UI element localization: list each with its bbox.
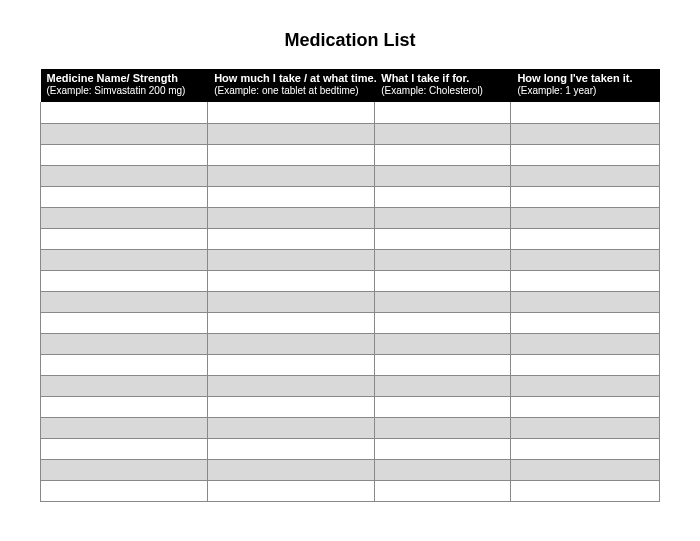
table-cell[interactable]: [208, 354, 375, 375]
table-cell[interactable]: [375, 186, 511, 207]
table-row: [41, 249, 660, 270]
col-header-dosage: How much I take / at what time. (Example…: [208, 69, 375, 102]
table-cell[interactable]: [511, 270, 660, 291]
col-header-label: What I take if for.: [381, 72, 504, 85]
table-cell[interactable]: [375, 249, 511, 270]
table-cell[interactable]: [208, 270, 375, 291]
table-cell[interactable]: [511, 396, 660, 417]
table-cell[interactable]: [511, 144, 660, 165]
table-cell[interactable]: [208, 396, 375, 417]
table-cell[interactable]: [511, 228, 660, 249]
table-cell[interactable]: [375, 417, 511, 438]
table-cell[interactable]: [41, 186, 208, 207]
table-cell[interactable]: [41, 249, 208, 270]
table-cell[interactable]: [41, 333, 208, 354]
table-cell[interactable]: [375, 480, 511, 501]
col-header-example: (Example: 1 year): [517, 85, 653, 97]
table-cell[interactable]: [41, 396, 208, 417]
table-cell[interactable]: [375, 375, 511, 396]
table-row: [41, 417, 660, 438]
table-cell[interactable]: [208, 249, 375, 270]
table-cell[interactable]: [511, 186, 660, 207]
table-cell[interactable]: [511, 102, 660, 123]
table-cell[interactable]: [208, 123, 375, 144]
table-body: [41, 102, 660, 501]
table-cell[interactable]: [208, 102, 375, 123]
table-cell[interactable]: [511, 123, 660, 144]
table-cell[interactable]: [375, 459, 511, 480]
table-cell[interactable]: [41, 123, 208, 144]
table-cell[interactable]: [208, 438, 375, 459]
table-cell[interactable]: [208, 333, 375, 354]
table-cell[interactable]: [375, 102, 511, 123]
table-cell[interactable]: [511, 438, 660, 459]
medication-table: Medicine Name/ Strength (Example: Simvas…: [40, 69, 660, 502]
table-row: [41, 480, 660, 501]
table-cell[interactable]: [41, 165, 208, 186]
table-cell[interactable]: [511, 312, 660, 333]
table-row: [41, 123, 660, 144]
col-header-example: (Example: one tablet at bedtime): [214, 85, 368, 97]
table-cell[interactable]: [375, 207, 511, 228]
table-cell[interactable]: [511, 333, 660, 354]
col-header-label: How long I've taken it.: [517, 72, 653, 85]
col-header-example: (Example: Simvastatin 200 mg): [47, 85, 202, 97]
table-row: [41, 396, 660, 417]
table-cell[interactable]: [375, 144, 511, 165]
table-cell[interactable]: [511, 375, 660, 396]
table-cell[interactable]: [208, 291, 375, 312]
table-cell[interactable]: [375, 123, 511, 144]
table-cell[interactable]: [208, 312, 375, 333]
table-row: [41, 186, 660, 207]
table-cell[interactable]: [375, 291, 511, 312]
col-header-duration: How long I've taken it. (Example: 1 year…: [511, 69, 660, 102]
table-cell[interactable]: [41, 312, 208, 333]
table-cell[interactable]: [41, 438, 208, 459]
table-cell[interactable]: [41, 270, 208, 291]
table-cell[interactable]: [41, 480, 208, 501]
table-cell[interactable]: [511, 207, 660, 228]
table-cell[interactable]: [511, 354, 660, 375]
table-cell[interactable]: [41, 375, 208, 396]
table-cell[interactable]: [375, 354, 511, 375]
table-cell[interactable]: [41, 354, 208, 375]
table-cell[interactable]: [511, 417, 660, 438]
table-cell[interactable]: [208, 480, 375, 501]
table-row: [41, 459, 660, 480]
table-row: [41, 144, 660, 165]
table-cell[interactable]: [208, 417, 375, 438]
table-cell[interactable]: [511, 291, 660, 312]
table-cell[interactable]: [208, 228, 375, 249]
col-header-purpose: What I take if for. (Example: Cholestero…: [375, 69, 511, 102]
table-cell[interactable]: [41, 228, 208, 249]
table-row: [41, 312, 660, 333]
table-cell[interactable]: [41, 102, 208, 123]
table-cell[interactable]: [41, 144, 208, 165]
table-cell[interactable]: [208, 165, 375, 186]
table-cell[interactable]: [41, 207, 208, 228]
table-cell[interactable]: [208, 207, 375, 228]
table-cell[interactable]: [41, 291, 208, 312]
table-cell[interactable]: [511, 249, 660, 270]
table-row: [41, 354, 660, 375]
table-cell[interactable]: [511, 165, 660, 186]
table-cell[interactable]: [208, 186, 375, 207]
table-cell[interactable]: [41, 459, 208, 480]
table-cell[interactable]: [375, 228, 511, 249]
table-cell[interactable]: [375, 312, 511, 333]
table-cell[interactable]: [41, 417, 208, 438]
table-cell[interactable]: [375, 270, 511, 291]
table-cell[interactable]: [208, 375, 375, 396]
table-cell[interactable]: [375, 165, 511, 186]
col-header-label: Medicine Name/ Strength: [47, 72, 202, 85]
table-cell[interactable]: [208, 144, 375, 165]
table-cell[interactable]: [511, 459, 660, 480]
table-row: [41, 207, 660, 228]
table-cell[interactable]: [375, 396, 511, 417]
table-cell[interactable]: [511, 480, 660, 501]
table-cell[interactable]: [375, 333, 511, 354]
page-title: Medication List: [40, 30, 660, 51]
table-header-row: Medicine Name/ Strength (Example: Simvas…: [41, 69, 660, 102]
table-cell[interactable]: [208, 459, 375, 480]
table-cell[interactable]: [375, 438, 511, 459]
